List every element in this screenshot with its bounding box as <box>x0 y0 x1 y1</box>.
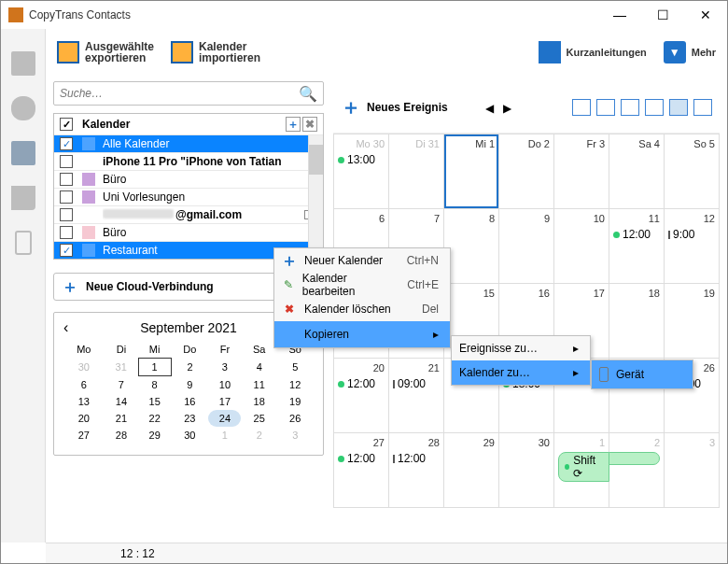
calendar-checkbox[interactable] <box>60 173 73 186</box>
mini-cal-day[interactable]: 19 <box>277 393 314 410</box>
calendar-list-item[interactable]: Büro <box>54 170 323 188</box>
calendar-checkbox[interactable]: ✓ <box>60 244 73 257</box>
mini-cal-day[interactable]: 2 <box>241 427 277 444</box>
event-item[interactable]: 13:00 <box>338 153 385 166</box>
mini-cal-day[interactable]: 5 <box>277 359 314 376</box>
day-cell[interactable]: 30 <box>499 433 554 508</box>
add-calendar-icon[interactable]: ＋ <box>286 117 301 132</box>
mini-cal-day[interactable]: 27 <box>63 427 105 444</box>
device-icon[interactable] <box>15 231 32 255</box>
day-cell[interactable]: Fr 3 <box>554 134 609 209</box>
search-icon[interactable]: 🔍 <box>299 85 317 103</box>
day-cell[interactable]: 8 <box>444 209 499 284</box>
calendar-header-checkbox[interactable]: ✓ <box>60 118 73 131</box>
calendar-icon[interactable] <box>11 141 35 165</box>
calendar-checkbox[interactable] <box>60 208 73 221</box>
mini-cal-day[interactable]: 6 <box>63 376 105 394</box>
mini-cal-day[interactable]: 22 <box>138 410 171 427</box>
day-cell[interactable]: Mi 1 <box>444 134 499 209</box>
mini-cal-day[interactable]: 10 <box>208 376 241 394</box>
close-button[interactable]: ✕ <box>684 1 727 29</box>
mini-cal-day[interactable]: 9 <box>171 376 208 394</box>
calendar-list-item[interactable]: @gmail.com <box>54 205 323 223</box>
view-week-icon[interactable] <box>621 99 639 116</box>
ctx-copy[interactable]: Kopieren▸ <box>274 321 450 347</box>
day-cell[interactable]: 2 <box>609 433 665 508</box>
day-cell[interactable]: 1Shift ⟳ <box>554 433 609 508</box>
mini-cal-day[interactable]: 30 <box>63 359 105 376</box>
mini-cal-day[interactable]: 21 <box>105 410 138 427</box>
day-cell[interactable]: So 5 <box>665 134 720 209</box>
event-item[interactable]: 12:00 <box>613 228 660 241</box>
day-cell[interactable]: 29 <box>444 433 499 508</box>
calendar-checkbox[interactable] <box>60 190 73 204</box>
mini-cal-day[interactable]: 15 <box>138 393 171 410</box>
view-workweek-icon[interactable] <box>645 99 664 116</box>
event-item[interactable]: 09:00 <box>393 377 440 390</box>
maximize-button[interactable]: ☐ <box>641 1 684 29</box>
mini-cal-day[interactable]: 14 <box>105 393 138 410</box>
mini-cal-day[interactable]: 29 <box>138 427 171 444</box>
mini-cal-day[interactable]: 1 <box>138 359 171 376</box>
day-cell[interactable]: 9 <box>499 209 554 284</box>
ctx-copy-calendar[interactable]: Kalender zu…▸ <box>452 360 590 385</box>
day-cell[interactable]: 19 <box>665 284 720 359</box>
calendar-list-item[interactable]: Büro <box>54 223 323 241</box>
mini-cal-day[interactable]: 11 <box>241 376 277 394</box>
mini-cal-day[interactable]: 16 <box>171 393 208 410</box>
day-cell[interactable]: 1112:00 <box>609 209 665 284</box>
ctx-new-calendar[interactable]: ＋ Neuer KalenderCtrl+N <box>274 248 450 273</box>
mini-cal-day[interactable]: 17 <box>208 393 241 410</box>
search-field[interactable] <box>60 87 299 100</box>
mini-cal-day[interactable]: 13 <box>63 393 105 410</box>
day-cell[interactable]: 2712:00 <box>334 433 389 508</box>
day-cell[interactable]: Do 2 <box>499 134 554 209</box>
mini-cal-day[interactable]: 18 <box>241 393 277 410</box>
mini-cal-day[interactable]: 8 <box>138 376 171 394</box>
mini-cal-day[interactable]: 4 <box>241 359 277 376</box>
export-button[interactable]: Ausgewählteexportieren <box>57 41 154 63</box>
day-cell[interactable]: Mo 3013:00 <box>334 134 389 209</box>
mini-cal-day[interactable]: 24 <box>208 410 241 427</box>
ctx-target-device[interactable]: Gerät <box>592 360 693 388</box>
event-item[interactable]: 9:00 <box>668 228 715 241</box>
mini-cal-day[interactable]: 20 <box>63 410 105 427</box>
day-cell[interactable]: 3 <box>665 433 720 508</box>
day-cell[interactable]: 10 <box>554 209 609 284</box>
contacts-icon[interactable] <box>11 51 35 76</box>
day-cell[interactable]: Di 31 <box>389 134 444 209</box>
day-cell[interactable]: Sa 4 <box>609 134 665 209</box>
calendar-list-item[interactable]: iPhone 11 Pro "iPhone von Tatian <box>54 152 323 170</box>
calendar-list-item[interactable]: Uni Vorlesungen <box>54 188 323 205</box>
event-chip[interactable] <box>609 452 660 465</box>
view-list-icon[interactable] <box>693 99 712 116</box>
view-day-icon[interactable] <box>596 99 615 116</box>
mini-cal-day[interactable]: 25 <box>241 410 277 427</box>
quickguides-button[interactable]: Kurzanleitungen <box>539 41 647 63</box>
mini-cal-day[interactable]: 30 <box>171 427 208 444</box>
calendar-checkbox[interactable] <box>60 226 73 239</box>
mini-cal-day[interactable]: 26 <box>277 410 314 427</box>
mini-cal-day[interactable]: 3 <box>277 427 314 444</box>
prev-month-button[interactable]: ‹ <box>63 319 68 336</box>
mini-cal-day[interactable]: 23 <box>171 410 208 427</box>
mini-cal-day[interactable]: 31 <box>105 359 138 376</box>
mini-cal-day[interactable]: 7 <box>105 376 138 394</box>
mini-cal-day[interactable]: 2 <box>171 359 208 376</box>
minimize-button[interactable]: — <box>598 1 641 29</box>
mini-cal-day[interactable]: 28 <box>105 427 138 444</box>
event-item[interactable]: 12:00 <box>393 452 440 465</box>
mini-cal-day[interactable]: 12 <box>277 376 314 394</box>
search-input[interactable]: 🔍 <box>53 81 324 106</box>
delete-calendar-icon[interactable]: ✖ <box>302 117 317 132</box>
event-item[interactable]: 12:00 <box>338 452 385 465</box>
next-period-button[interactable]: ▶ <box>503 102 521 115</box>
day-cell[interactable]: 2012:00 <box>334 359 389 433</box>
ctx-edit-calendar[interactable]: ✎ Kalender bearbeitenCtrl+E <box>274 273 450 297</box>
event-item[interactable]: 12:00 <box>338 377 385 390</box>
view-go-icon[interactable] <box>572 99 591 116</box>
day-cell[interactable]: 2812:00 <box>389 433 444 508</box>
calendar-checkbox[interactable]: ✓ <box>60 137 73 150</box>
more-button[interactable]: ▼ Mehr <box>664 41 716 63</box>
calendar-checkbox[interactable] <box>60 155 73 168</box>
